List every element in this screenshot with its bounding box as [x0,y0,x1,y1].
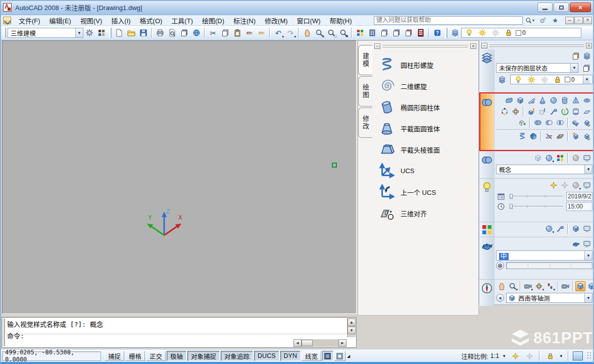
smooth-mesh-button[interactable] [528,131,538,141]
palette-autohide-button[interactable]: − [374,43,380,49]
panel-expand-separator[interactable] [496,129,592,130]
navigate-panel-big-icon[interactable] [479,280,494,306]
menu-item-v[interactable]: 视图(V) [76,15,107,26]
plot-preview-button[interactable] [167,28,178,38]
match-properties-button[interactable]: ✏ [244,28,255,38]
annotation-visibility-button[interactable] [510,351,521,361]
palette-tool-frustum-cone[interactable]: 平截面圆锥体 [375,118,476,139]
parallel-projection-button[interactable] [586,281,594,291]
render-panel-big-icon[interactable] [479,237,494,279]
sun-date-value[interactable]: 2019/9/2 [566,192,592,201]
constrained-orbit-button[interactable]: ▾ [534,281,544,291]
visual-styles-flyout-button[interactable]: ▾ [544,153,554,163]
status-menu-arrow-icon[interactable]: ◢ [347,354,350,358]
layer-lock-button[interactable] [503,28,514,38]
scrollbar-thumb[interactable] [302,340,313,346]
restore-button[interactable] [554,3,569,12]
open-drawing-button[interactable] [126,28,137,38]
palette-tool-ucs[interactable]: UCS [375,160,476,181]
polysolid-button[interactable] [504,95,514,106]
extract-edges-button[interactable] [517,118,527,128]
dashboard-layer-combo[interactable]: 0 ▼ [510,75,592,84]
status-toggle-正交[interactable]: 正交 [146,351,166,361]
palette-tab-修改[interactable]: 修改 [358,108,372,138]
sun-time-value[interactable]: 15:00 [566,202,592,211]
union-button[interactable] [533,118,543,128]
clean-screen-button[interactable] [573,351,583,360]
pan-button[interactable] [497,281,507,291]
3d-rotate-button[interactable] [511,107,521,117]
scroll-down-button[interactable]: ▼ [348,327,356,334]
drawing-entity-green-square[interactable] [332,163,337,168]
workspace-settings-button[interactable] [84,28,95,38]
new-layer-state-button[interactable] [581,63,592,73]
date-slider-thumb[interactable] [510,194,513,199]
status-toggle-对象捕捉[interactable]: 对象捕捉 [187,351,220,361]
menu-item-f[interactable]: 文件(F) [14,15,45,26]
walk-button[interactable]: ▾ [545,281,555,291]
perspective-projection-button[interactable] [575,281,585,291]
layer-on-button[interactable] [464,28,475,38]
sheet-set-manager-button[interactable] [391,28,402,38]
layer-properties-manager-button[interactable] [450,28,461,38]
sun-time-button[interactable] [497,202,506,211]
layer-state-combo[interactable]: 未保存的图层状态 ▼ [496,63,578,73]
plot-button[interactable] [155,28,166,38]
zoom-window-button[interactable]: □ [326,28,337,38]
communication-center-icon[interactable] [537,16,548,25]
extrude-button[interactable] [526,107,536,117]
previous-view-button[interactable]: ◄ [496,294,504,302]
loft-button[interactable] [571,107,581,117]
toolbar-grip[interactable] [109,28,112,38]
cut-to-clipboard-button[interactable]: ✂ [208,28,219,38]
annotation-autoscale-button[interactable] [524,351,535,361]
time-slider-thumb[interactable] [510,204,513,209]
chevron-down-icon[interactable]: ▼ [583,75,590,84]
menu-item-i[interactable]: 插入(I) [107,15,135,26]
toolbar-lock-button[interactable] [544,351,556,361]
palette-close-button[interactable]: × [470,43,476,49]
doc-restore-button[interactable]: ▫ [574,17,583,24]
sphere-button[interactable] [549,95,559,106]
menu-item-t[interactable]: 工具(T) [167,15,197,26]
publish-button[interactable] [179,28,190,38]
menu-item-w[interactable]: 窗口(W) [292,15,325,26]
3d-make-panel-big-icon[interactable] [479,94,494,151]
palette-tool-2d-spiral[interactable]: 二维螺旋 [375,75,476,96]
visual-style-panel-big-icon[interactable] [479,151,494,178]
3d-dwf-publish-button[interactable] [191,28,202,38]
named-view-combo[interactable]: 西南等轴测 ▼ [506,293,592,303]
attach-material-button[interactable] [555,224,565,234]
status-toggle-线宽[interactable]: 线宽 [302,351,321,361]
zoom-previous-button[interactable]: ◄ [338,28,349,38]
sun-date-button[interactable] [497,192,506,201]
layer-states-manager-button[interactable] [571,51,581,61]
layer-control-combo[interactable]: 0 [461,28,581,38]
palette-tool-frustum-pyramid[interactable]: 平截头棱锥面 [375,139,476,160]
doc-close-button[interactable]: × [583,17,592,24]
drawing-canvas[interactable]: Z X Y [2,40,357,314]
markup-set-manager-button[interactable] [403,28,414,38]
pan-realtime-button[interactable] [302,28,313,38]
zoom-flyout-button[interactable]: ▾ [508,281,518,291]
material-mapping-button[interactable] [571,224,581,234]
wedge-button[interactable] [526,95,536,106]
box-button[interactable] [515,95,525,106]
helix-button[interactable] [517,131,527,141]
undo-button[interactable]: ↶▾ [273,28,284,38]
chevron-down-icon[interactable]: ▼ [559,354,563,358]
create-spotlight-button[interactable] [560,180,570,190]
create-camera-button[interactable] [560,281,570,291]
coordinates-readout[interactable]: 499.0205, -80.5308, 0.0000 [2,351,101,361]
materials-panel-big-icon[interactable] [479,222,494,237]
design-center-button[interactable] [367,28,378,38]
layout-button[interactable] [334,351,345,361]
interference-check-button[interactable] [571,118,581,128]
subtract-button[interactable] [544,118,554,128]
minimize-button[interactable] [537,3,553,12]
create-point-light-button[interactable] [549,180,559,190]
convert-to-surface-button[interactable] [582,131,592,141]
layer-lock-button[interactable] [552,74,563,85]
materials-window-button[interactable] [582,224,592,234]
palette-tool-3d-align[interactable]: 三维对齐 [375,202,476,224]
